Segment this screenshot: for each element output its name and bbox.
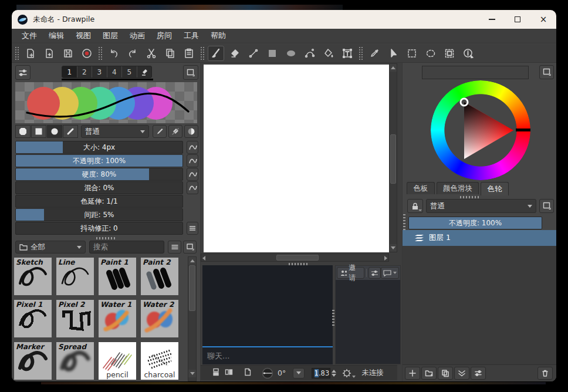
brush-preset-charcoal[interactable]: charcoal <box>141 342 178 380</box>
preset-scrollbar[interactable] <box>188 256 197 381</box>
undo-button[interactable] <box>106 46 122 61</box>
menu-tools[interactable]: 工具 <box>178 29 204 42</box>
direct-mode-button[interactable] <box>184 125 198 138</box>
zoom-spinner[interactable] <box>332 370 336 377</box>
brush-mode-square-button[interactable] <box>31 125 46 138</box>
brush-slot-3[interactable]: 3 <box>92 66 107 77</box>
eraser-tool-button[interactable] <box>226 46 243 61</box>
color-pickup-slider[interactable]: 色延伸: 1/1 <box>15 195 183 208</box>
bezier-tool-button[interactable] <box>302 46 318 61</box>
transform-tool-button[interactable] <box>441 46 458 61</box>
brush-preset-spread[interactable]: Spread <box>56 342 94 380</box>
menu-layer[interactable]: 图层 <box>97 29 123 42</box>
add-group-button[interactable] <box>421 367 437 380</box>
scroll-up-arrow[interactable] <box>188 257 196 265</box>
brush-slot-5[interactable]: 5 <box>122 66 137 77</box>
maximize-button[interactable] <box>505 10 530 29</box>
paste-button[interactable] <box>181 46 197 61</box>
invite-button[interactable]: 邀请 <box>337 267 364 279</box>
brush-preview[interactable] <box>15 82 197 123</box>
layer-blend-mode-dropdown[interactable]: 普通 <box>426 199 536 213</box>
brush-preset-pixel-2[interactable]: Pixel 2 <box>56 300 94 337</box>
toolbar-drag-handle[interactable] <box>15 47 19 60</box>
size-curve-button[interactable] <box>187 141 198 154</box>
mirror-button[interactable] <box>224 367 234 379</box>
menu-file[interactable]: 文件 <box>16 29 42 42</box>
add-layer-button[interactable] <box>405 367 420 380</box>
page-view-button[interactable] <box>243 367 252 379</box>
scrollbar-thumb[interactable] <box>189 265 195 311</box>
select-rect-tool-button[interactable] <box>404 46 420 61</box>
stabilizer-menu-button[interactable] <box>187 222 198 235</box>
layer-properties-button[interactable] <box>471 367 486 380</box>
brush-slot-2[interactable]: 2 <box>77 66 93 77</box>
layer-opacity-slider[interactable]: 不透明度: 100% <box>408 217 542 229</box>
redo-button[interactable] <box>124 46 141 61</box>
scrollbar-thumb[interactable] <box>390 134 396 184</box>
brush-slot-1[interactable]: 1 <box>62 66 77 77</box>
duplicate-layer-button[interactable] <box>438 367 453 380</box>
stabilizer-slider[interactable]: 抖动修正: 0 <box>15 222 183 235</box>
session-settings-button[interactable] <box>368 267 381 279</box>
brush-preset-pencil[interactable]: pencil <box>99 342 136 380</box>
canvas-horizontal-scrollbar[interactable] <box>201 254 389 262</box>
flip-vertical-button[interactable] <box>211 367 221 379</box>
preset-search-input[interactable]: 搜索 <box>89 241 164 254</box>
hardness-curve-button[interactable] <box>187 168 198 181</box>
brush-mode-pixel-button[interactable] <box>15 125 31 138</box>
line-tool-button[interactable] <box>245 46 262 61</box>
brush-opacity-slider[interactable]: 不透明度: 100% <box>15 154 183 167</box>
copy-button[interactable] <box>162 46 178 61</box>
detach-preset-panel-button[interactable] <box>183 241 197 254</box>
colorpicker-tool-button[interactable] <box>366 46 383 61</box>
opacity-curve-button[interactable] <box>187 154 198 167</box>
detach-layer-panel-button[interactable] <box>539 199 554 213</box>
menu-help[interactable]: 帮助 <box>205 29 231 42</box>
tab-color-wheel[interactable]: 色轮 <box>481 182 509 195</box>
toolbar-drag-handle[interactable] <box>98 47 103 60</box>
preset-folder-dropdown[interactable]: 全部 <box>15 241 86 254</box>
brush-preset-marker[interactable]: Marker <box>14 342 52 380</box>
scroll-down-arrow[interactable] <box>390 244 397 252</box>
detach-color-panel-button[interactable] <box>539 65 554 79</box>
panel-splitter-handle[interactable] <box>460 196 480 198</box>
toolbar-drag-handle[interactable] <box>359 47 363 60</box>
titlebar[interactable]: 未命名 - Drawpile × <box>12 10 556 29</box>
brush-hardness-slider[interactable]: 硬度: 80% <box>15 168 183 181</box>
brush-preset-line[interactable]: Line <box>56 258 94 295</box>
eraser-mode-button[interactable] <box>168 125 182 138</box>
merge-down-button[interactable] <box>454 367 469 380</box>
scroll-down-arrow[interactable] <box>188 370 196 377</box>
brush-mode-mypaint-button[interactable] <box>63 125 78 138</box>
new-file-button[interactable] <box>22 46 39 61</box>
text-tool-button[interactable] <box>339 46 356 61</box>
chat-log[interactable] <box>202 265 333 346</box>
brush-preset-water-1[interactable]: Water 1 <box>99 300 136 337</box>
rotation-dropdown-button[interactable] <box>293 368 305 379</box>
userlist-splitter-handle[interactable] <box>332 310 334 327</box>
scroll-up-arrow[interactable] <box>390 64 397 72</box>
menu-edit[interactable]: 编辑 <box>43 29 69 42</box>
menu-animation[interactable]: 动画 <box>124 29 150 42</box>
brush-preset-paint-2[interactable]: Paint 2 <box>141 258 178 295</box>
panel-splitter-handle[interactable] <box>96 237 116 239</box>
inspect-tool-button[interactable] <box>460 46 476 61</box>
brush-preset-water-2[interactable]: Water 2 <box>141 300 178 337</box>
spacing-slider[interactable]: 间距: 5% <box>15 208 183 221</box>
close-button[interactable]: × <box>530 10 556 29</box>
brush-tool-button[interactable] <box>208 46 224 61</box>
select-lasso-tool-button[interactable] <box>422 46 439 61</box>
rotation-dial[interactable] <box>262 367 273 379</box>
preset-view-menu-button[interactable] <box>168 241 181 254</box>
chat-input[interactable]: 聊天... <box>202 347 333 364</box>
laser-tool-button[interactable] <box>385 46 401 61</box>
cut-button[interactable] <box>143 46 160 61</box>
layer-lock-button[interactable] <box>407 199 423 213</box>
tab-palette[interactable]: 色板 <box>407 182 435 194</box>
brush-slot-eraser[interactable] <box>137 66 152 77</box>
brush-settings-button[interactable] <box>15 65 31 80</box>
minimize-button[interactable] <box>479 10 505 29</box>
open-file-button[interactable] <box>41 46 58 61</box>
delete-layer-button[interactable] <box>537 367 553 380</box>
zoom-input[interactable]: 1.83 <box>312 368 330 379</box>
